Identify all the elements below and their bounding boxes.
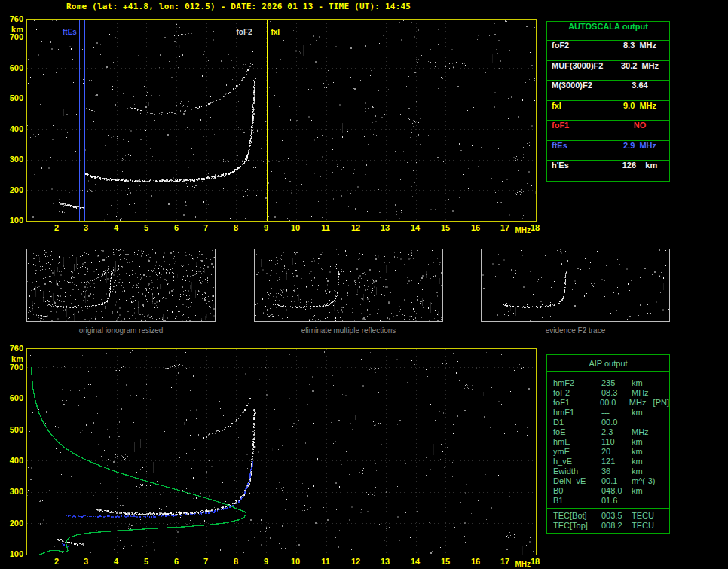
autoscala-param-value: 9.0 MHz (610, 101, 669, 121)
autoscala-param-label: h'Es (547, 161, 610, 181)
x-axis-tick-label: 16 (466, 223, 485, 232)
aip-param-value: 00.0 (600, 398, 629, 408)
x-axis-tick-label: 12 (346, 223, 366, 232)
y-axis-tick-label: 600 (2, 393, 23, 402)
aip-param-unit: km (632, 408, 643, 418)
x-axis-tick-label: 15 (436, 557, 455, 566)
autoscala-param-value: NO (610, 121, 669, 140)
x-axis-tick-label: 2 (47, 557, 66, 566)
aip-param-value: 003.5 (601, 511, 632, 521)
aip-param-label: ymE (553, 447, 601, 457)
x-axis-tick-label: 15 (436, 223, 455, 232)
autoscala-row-fof1: foF1 NO (547, 121, 669, 141)
x-axis-tick-label: 11 (316, 223, 335, 232)
autoscala-param-value: 3.64 (610, 81, 669, 100)
aip-param-label: TEC[Top] (553, 521, 601, 531)
aip-param-value: 00.0 (601, 418, 632, 427)
aip-row-delnve: DelN_vE 00.1 m^(-3) (547, 476, 669, 486)
aip-param-label: hmF1 (553, 408, 601, 418)
x-axis-tick-label: 10 (286, 557, 305, 566)
aip-param-value: 121 (601, 457, 632, 467)
aip-row-foe: foE 2.3 MHz (547, 427, 669, 437)
ionogram-bottom-plot (26, 348, 537, 555)
aip-param-label: foF2 (553, 388, 601, 398)
x-axis-tick-label: 7 (196, 557, 216, 566)
autoscala-row-ftes: ftEs 2.9 MHz (547, 141, 669, 161)
aip-param-label: hmE (553, 437, 601, 447)
autoscala-param-label: fxI (547, 101, 610, 121)
svg-text:foF2: foF2 (236, 28, 252, 36)
aip-param-value: 36 (601, 467, 632, 476)
autoscala-param-label: foF1 (547, 121, 610, 140)
autoscala-param-value: 126 km (610, 161, 669, 181)
y-axis-tick-label: 600 (2, 63, 23, 72)
autoscala-param-label: foF2 (547, 41, 610, 60)
y-axis-tick-label: 400 (2, 456, 23, 465)
x-axis-tick-label: 14 (405, 223, 425, 232)
aip-row-tec-top: TEC[Top] 008.2 TECU (547, 521, 669, 531)
ionogram-top-plot: ftEsfoF2fxI (26, 19, 537, 222)
x-axis-unit-label: MHz (500, 560, 531, 569)
y-axis-tick-label: 700 (2, 32, 23, 41)
x-axis-tick-label: 5 (136, 223, 156, 232)
autoscala-param-value: 8.3 MHz (610, 41, 669, 60)
thumbnail-evidence-f2-trace (481, 249, 670, 322)
autoscala-row-muf: MUF(3000)F2 30.2 MHz (547, 61, 669, 81)
aip-param-label: hmF2 (553, 378, 601, 388)
aip-param-unit: km (632, 467, 643, 476)
x-axis-tick-label: 16 (466, 557, 485, 566)
y-axis-tick-label: 760 (2, 344, 23, 353)
aip-table-rows: hmF2 235 km foF2 08.3 MHz foF1 00.0 MHz … (547, 372, 669, 531)
x-axis-tick-label: 13 (375, 557, 395, 566)
aip-param-label: foE (553, 427, 601, 437)
aip-row-b1: B1 01.6 (547, 496, 669, 506)
y-axis-tick-label: 300 (2, 154, 23, 164)
svg-text:fxI: fxI (271, 28, 280, 36)
x-axis-tick-label: 8 (226, 557, 246, 566)
y-axis-tick-label: 100 (2, 549, 23, 558)
x-axis-tick-label: 6 (167, 223, 186, 232)
aip-param-unit: TECU (632, 511, 654, 521)
aip-param-label: h_vE (553, 457, 601, 467)
aip-param-unit: MHz (632, 388, 649, 398)
x-axis-tick-label: 2 (47, 223, 66, 232)
y-axis-tick-label: 500 (2, 93, 23, 102)
aip-table-title: AIP output (547, 355, 669, 372)
autoscala-row-fof2: foF2 8.3 MHz (547, 41, 669, 61)
x-axis-tick-label: 3 (76, 557, 96, 566)
aip-param-unit: m^(-3) (632, 476, 655, 486)
aip-row-hmf2: hmF2 235 km (547, 378, 669, 388)
aip-param-value: --- (601, 408, 632, 418)
aip-row-d1: D1 00.0 (547, 418, 669, 427)
x-axis-tick-label: 9 (256, 223, 276, 232)
autoscala-param-value: 30.2 MHz (610, 61, 669, 81)
aip-param-label: foF1 (553, 398, 600, 408)
aip-param-label: B0 (553, 486, 601, 496)
y-axis-tick-label: 200 (2, 519, 23, 528)
x-axis-tick-label: 10 (286, 223, 305, 232)
aip-param-value: 110 (601, 437, 632, 447)
y-axis-tick-label: 760 (2, 14, 23, 23)
aip-row-fof1: foF1 00.0 MHz [PN] (547, 398, 669, 408)
x-axis-tick-label: 11 (316, 557, 335, 566)
aip-param-unit: TECU (632, 521, 654, 531)
station-header: Rome (lat: +41.8, lon: 012.5) - DATE: 20… (66, 2, 411, 11)
y-axis-tick-label: 200 (2, 185, 23, 194)
autoscala-row-fxi: fxI 9.0 MHz (547, 101, 669, 121)
thumbnail-caption: original ionogram resized (26, 326, 216, 335)
aip-row-ewidth: Ewidth 36 km (547, 467, 669, 476)
y-axis-tick-label: 700 (2, 363, 23, 372)
autoscala-param-value: 2.9 MHz (610, 141, 669, 161)
thumbnail-original-ionogram (26, 249, 216, 322)
x-axis-tick-label: 7 (196, 223, 216, 232)
x-axis-tick-label: 3 (76, 223, 96, 232)
aip-param-unit: km (632, 447, 643, 457)
aip-row-tec-bot: TEC[Bot] 003.5 TECU (547, 511, 669, 521)
aip-param-label: DelN_vE (553, 476, 601, 486)
aip-row-hve: h_vE 121 km (547, 457, 669, 467)
x-axis-tick-label: 6 (167, 557, 186, 566)
aip-param-value: 008.2 (601, 521, 632, 531)
aip-param-value: 08.3 (601, 388, 632, 398)
aip-output-table: AIP output hmF2 235 km foF2 08.3 MHz foF… (546, 354, 670, 534)
x-axis-unit-label: MHz (500, 226, 531, 235)
